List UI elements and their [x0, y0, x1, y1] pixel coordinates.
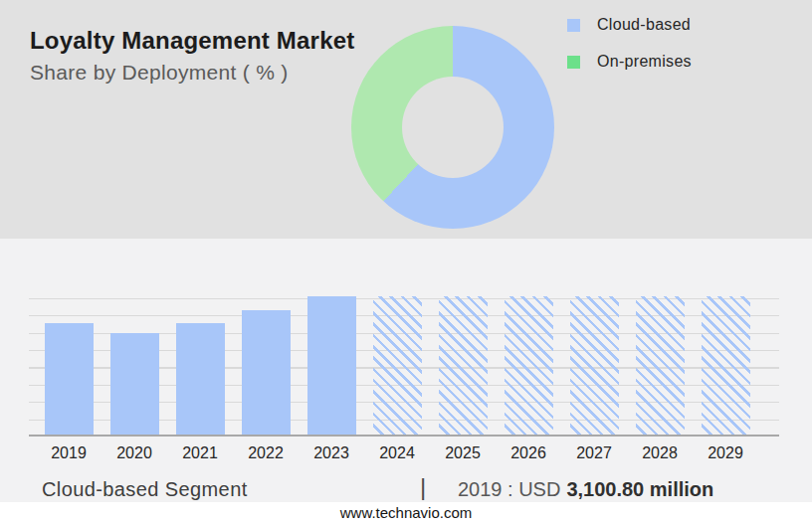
legend-item-cloud-based: Cloud-based [567, 16, 692, 34]
legend-swatch-cloud-based [567, 19, 580, 32]
caption-separator: | [420, 473, 426, 501]
year-label-2019: 2019 [36, 444, 102, 462]
bar-2029-forecast [702, 296, 750, 435]
bar-2024-forecast [373, 296, 422, 435]
infographic-canvas: Loyalty Management Market Share by Deplo… [0, 0, 812, 525]
legend-swatch-on-premises [567, 56, 580, 69]
bar-2028-forecast [636, 296, 685, 435]
top-panel: Loyalty Management Market Share by Deplo… [0, 0, 812, 239]
donut-chart [351, 26, 554, 229]
year-label-2029: 2029 [693, 444, 758, 462]
year-label-2020: 2020 [102, 444, 167, 462]
bar-chart-plot-area: 2019202020212022202320242025202620272028… [29, 298, 779, 437]
year-label-2021: 2021 [167, 444, 233, 462]
footer: www.technavio.com [0, 502, 812, 525]
legend: Cloud-based On-premises [567, 16, 692, 71]
donut-hole [402, 77, 504, 178]
bar-2023 [307, 296, 356, 435]
bar-2022 [242, 310, 291, 435]
page-title: Loyalty Management Market [30, 27, 354, 55]
segment-value-amount: 3,100.80 million [566, 478, 713, 500]
legend-label-on-premises: On-premises [597, 53, 692, 71]
legend-item-on-premises: On-premises [567, 53, 692, 71]
year-label-2024: 2024 [364, 444, 430, 462]
bar-2026-forecast [505, 296, 553, 435]
bar-2027-forecast [570, 296, 619, 435]
year-label-2027: 2027 [561, 444, 627, 462]
website-link: www.technavio.com [340, 504, 473, 521]
year-label-2026: 2026 [496, 444, 561, 462]
year-label-2022: 2022 [233, 444, 299, 462]
bar-2025-forecast [439, 296, 488, 435]
bar-2020 [110, 333, 159, 435]
segment-value: 2019 : USD3,100.80 million [458, 478, 713, 501]
year-label-2028: 2028 [627, 444, 693, 462]
segment-value-prefix: 2019 : USD [458, 478, 560, 500]
bar-2019 [45, 323, 94, 435]
legend-label-cloud-based: Cloud-based [597, 16, 691, 34]
year-label-2023: 2023 [299, 444, 364, 462]
year-label-2025: 2025 [430, 444, 496, 462]
bar-2021 [176, 323, 225, 435]
segment-caption: Cloud-based Segment [42, 478, 248, 501]
bar-chart-panel: 2019202020212022202320242025202620272028… [0, 239, 812, 502]
page-subtitle: Share by Deployment ( % ) [30, 61, 289, 85]
